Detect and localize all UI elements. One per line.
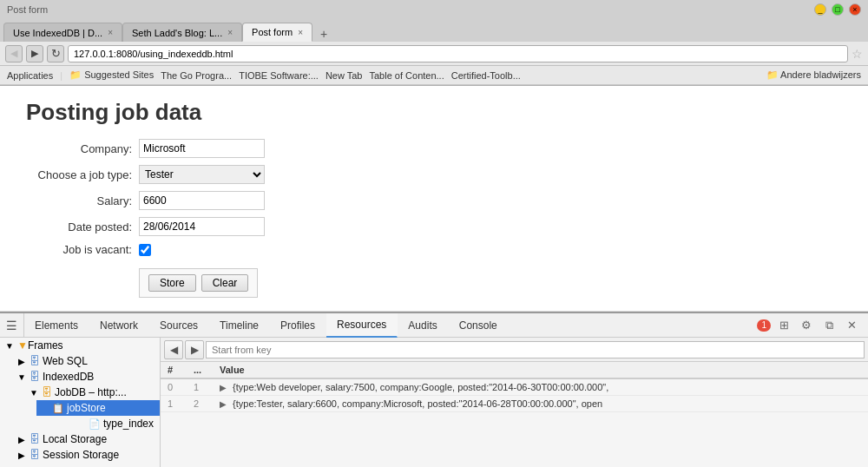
collapse-icon: ▼ — [28, 386, 40, 398]
vacant-row: Job is vacant: — [26, 243, 842, 256]
tab-elements[interactable]: Elements — [24, 313, 89, 338]
job-type-select[interactable]: Tester — [139, 165, 265, 184]
dock-icon[interactable]: ⧉ — [819, 316, 838, 335]
clear-button[interactable]: Clear — [201, 274, 249, 292]
maximize-button[interactable]: □ — [832, 3, 844, 16]
collapse-icon: ▼ — [16, 371, 28, 383]
bookmark-tiobe[interactable]: TIOBE Software:... — [239, 70, 319, 81]
bookmark-go-prog[interactable]: The Go Progra... — [161, 70, 232, 81]
bookmark-andere[interactable]: Andere bladwijzers — [766, 69, 861, 81]
tab-resources[interactable]: Resources — [326, 313, 398, 338]
date-input[interactable] — [139, 217, 265, 236]
back-button[interactable]: ◀ — [5, 45, 23, 62]
company-input[interactable] — [139, 139, 265, 158]
new-tab-button[interactable]: + — [316, 26, 332, 42]
sidebar-label-local-storage: Local Storage — [43, 433, 107, 445]
folder-icon: ▼ — [17, 339, 28, 352]
tab-profiles[interactable]: Profiles — [270, 313, 326, 338]
settings-icon[interactable]: ⚙ — [797, 316, 816, 335]
address-bar[interactable] — [68, 45, 848, 62]
date-row: Date posted: — [26, 217, 842, 236]
close-devtools-icon[interactable]: ✕ — [842, 316, 861, 335]
vacant-checkbox[interactable] — [139, 244, 151, 256]
devtools-tabs: Elements Network Sources Timeline Profil… — [24, 313, 750, 338]
tab-timeline[interactable]: Timeline — [209, 313, 270, 338]
db-key-input[interactable] — [206, 341, 865, 358]
expand-row-icon[interactable]: ▶ — [220, 383, 227, 392]
expand-icon: ▶ — [16, 433, 28, 445]
title-bar: Post form _ □ × — [0, 0, 868, 19]
window-title: Post form — [7, 4, 48, 15]
devtools-right-controls: 1 ⊞ ⚙ ⧉ ✕ — [750, 316, 868, 335]
navigation-bar: ◀ ▶ ↻ ☆ — [0, 42, 868, 66]
salary-input[interactable] — [139, 191, 265, 210]
expand-row-icon[interactable]: ▶ — [220, 399, 227, 409]
sidebar-label-session-storage: Session Storage — [43, 449, 119, 461]
sidebar-item-local-storage[interactable]: ▶ 🗄 Local Storage — [12, 431, 160, 447]
reload-button[interactable]: ↻ — [47, 45, 64, 62]
db-nav-toolbar: ◀ ▶ — [161, 338, 868, 362]
db-prev-button[interactable]: ◀ — [164, 340, 183, 359]
bookmark-star-icon[interactable]: ☆ — [852, 47, 863, 61]
sidebar-item-jobstore[interactable]: 📋 jobStore — [36, 400, 160, 416]
storage-icon: 🗄 — [30, 433, 40, 445]
table-row[interactable]: 0 1 ▶ {type:Web developer, salary:7500, … — [161, 378, 868, 396]
sidebar-item-indexeddb[interactable]: ▼ 🗄 IndexedDB — [12, 369, 160, 385]
tab-close-icon[interactable]: × — [108, 28, 113, 37]
store-button[interactable]: Store — [148, 274, 196, 292]
error-badge: 1 — [757, 319, 771, 332]
table-row[interactable]: 1 2 ▶ {type:Tester, salary:6600, company… — [161, 396, 868, 412]
tab-audits[interactable]: Audits — [398, 313, 448, 338]
sidebar-label-jobdb: JobDB – http:... — [55, 386, 127, 398]
date-label: Date posted: — [26, 220, 139, 234]
db-next-button[interactable]: ▶ — [185, 340, 204, 359]
tab-close-icon[interactable]: × — [298, 28, 303, 37]
sidebar-label-indexeddb: IndexedDB — [43, 371, 94, 383]
form-actions: Store Clear — [139, 268, 258, 298]
db-folder-icon: 🗄 — [42, 386, 52, 398]
storage-icon: 🗄 — [30, 449, 40, 461]
db-icon: 🗄 — [30, 355, 40, 367]
cell-num: 1 — [187, 378, 213, 396]
sidebar-item-jobdb[interactable]: ▼ 🗄 JobDB – http:... — [24, 385, 160, 400]
devtools-sidebar: ▼ ▼ Frames ▶ 🗄 Web SQL ▼ 🗄 IndexedDB ▼ 🗄… — [0, 338, 161, 467]
col-header-hash: # — [161, 362, 187, 378]
tab-console[interactable]: Console — [449, 313, 509, 338]
devtools-panel: ☰ Elements Network Sources Timeline Prof… — [0, 312, 868, 467]
tab-seth-ladd[interactable]: Seth Ladd's Blog: L... × — [122, 23, 242, 42]
cell-hash: 1 — [161, 396, 187, 412]
tab-close-icon[interactable]: × — [227, 28, 233, 37]
sidebar-item-frames[interactable]: ▼ ▼ Frames — [0, 338, 160, 353]
forward-button[interactable]: ▶ — [26, 45, 43, 62]
sidebar-item-session-storage[interactable]: ▶ 🗄 Session Storage — [12, 447, 160, 463]
bookmark-table-contents[interactable]: Table of Conten... — [370, 70, 444, 81]
expand-icon[interactable]: ⊞ — [774, 316, 793, 335]
sidebar-label-type-index: type_index — [103, 418, 154, 430]
col-header-value: Value — [213, 362, 868, 378]
devtools-toolbar: ☰ Elements Network Sources Timeline Prof… — [0, 313, 868, 338]
tab-post-form[interactable]: Post form × — [242, 23, 312, 42]
bookmark-applicaties[interactable]: Applicaties — [7, 70, 53, 81]
db-table: # ... Value 0 1 ▶ {type:Web developer, s… — [161, 362, 868, 467]
bookmark-suggested-sites[interactable]: Suggested Sites — [69, 69, 154, 81]
bookmark-new-tab[interactable]: New Tab — [326, 70, 363, 81]
bookmark-certified[interactable]: Certified-Toolb... — [451, 70, 521, 81]
expand-icon: ▶ — [16, 449, 28, 461]
sidebar-item-web-sql[interactable]: ▶ 🗄 Web SQL — [12, 353, 160, 369]
company-row: Company: — [26, 139, 842, 158]
close-button[interactable]: × — [849, 3, 861, 16]
tab-sources[interactable]: Sources — [149, 313, 209, 338]
devtools-body: ▼ ▼ Frames ▶ 🗄 Web SQL ▼ 🗄 IndexedDB ▼ 🗄… — [0, 338, 868, 467]
bookmarks-bar: Applicaties | Suggested Sites The Go Pro… — [0, 66, 868, 85]
value-text: {type:Tester, salary:6600, company:Micro… — [233, 398, 602, 409]
sidebar-item-type-index[interactable]: 📄 type_index — [36, 416, 160, 431]
sidebar-label-web-sql: Web SQL — [43, 355, 88, 367]
cell-hash: 0 — [161, 378, 187, 396]
page-content: Posting job data Company: Choose a job t… — [0, 86, 868, 312]
tab-use-indexeddb[interactable]: Use IndexedDB | D... × — [3, 23, 122, 42]
tab-network[interactable]: Network — [89, 313, 149, 338]
salary-row: Salary: — [26, 191, 842, 210]
devtools-toggle-button[interactable]: ☰ — [0, 313, 24, 338]
minimize-button[interactable]: _ — [814, 3, 826, 16]
vacant-label: Job is vacant: — [26, 243, 139, 256]
